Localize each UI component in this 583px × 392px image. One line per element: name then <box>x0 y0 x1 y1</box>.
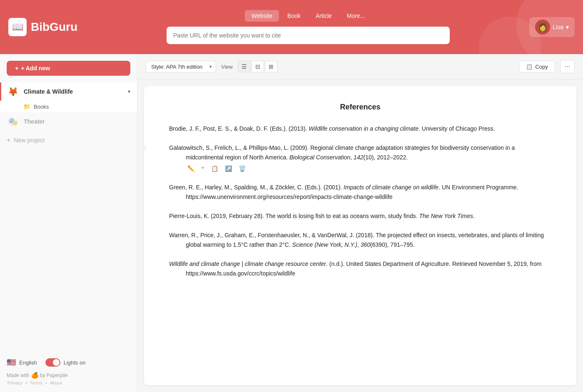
language-toggle[interactable]: 🇺🇸 English <box>7 358 37 367</box>
copy-reference-button[interactable]: 📋 <box>209 164 220 173</box>
avatar: 👩 <box>535 20 550 35</box>
style-select[interactable]: Style: APA 7th edition Style: MLA 9th ed… <box>146 61 216 73</box>
reference-entry: Brodie, J. F., Post, E. S., & Doak, D. F… <box>169 124 551 133</box>
copy-icon: 📋 <box>526 64 533 70</box>
paperpile-icon: 🍊 <box>31 372 38 379</box>
view-icons: ☰ ⊟ ⊞ <box>238 61 277 72</box>
search-input[interactable] <box>167 27 450 44</box>
sidebar-footer: 🇺🇸 English Lights on Made with 🍊 by Pape… <box>0 351 137 392</box>
references-panel: References Brodie, J. F., Post, E. S., &… <box>144 86 576 385</box>
tab-more[interactable]: More... <box>340 10 372 22</box>
plus-icon-new: + <box>7 136 10 144</box>
header: 📖 BibGuru Website Book Article More... 👩… <box>0 0 583 54</box>
dot-separator: • <box>25 380 28 385</box>
delete-reference-button[interactable]: 🗑️ <box>237 164 247 173</box>
user-menu-button[interactable]: 👩 Lisa ▾ <box>529 17 575 37</box>
reference-entry: Wildlife and climate change | climate ch… <box>169 259 551 278</box>
tab-article[interactable]: Article <box>309 10 339 22</box>
dot-separator2: • <box>45 380 48 385</box>
header-center: Website Book Article More... <box>100 10 516 44</box>
made-with-label: Made with <box>7 372 30 378</box>
reference-entry: Pierre-Louis, K. (2019, February 28). Th… <box>169 211 551 221</box>
view-compact-button[interactable]: ⊟ <box>252 61 264 72</box>
logo-text: BibGuru <box>31 20 77 34</box>
toggle-knob <box>53 359 60 366</box>
reference-entry: ⠿ Galatowitsch, S., Frelich, L., & Phill… <box>169 143 551 173</box>
paperpile-label: by Paperpile <box>40 372 68 378</box>
terms-link[interactable]: Terms <box>30 380 42 385</box>
lights-toggle-switch[interactable] <box>45 358 60 367</box>
privacy-link[interactable]: Privacy <box>7 380 22 385</box>
made-with: Made with 🍊 by Paperpile <box>7 372 130 379</box>
about-link[interactable]: About <box>50 380 62 385</box>
logo-area: 📖 BibGuru <box>8 18 100 36</box>
bottom-controls: 🇺🇸 English Lights on <box>7 358 130 367</box>
references-title: References <box>169 103 551 112</box>
sidebar-subitem-books[interactable]: 📁 Books <box>0 101 137 112</box>
project-name-theater: Theater <box>24 118 130 125</box>
more-options-button[interactable]: ··· <box>560 60 575 73</box>
view-list-button[interactable]: ☰ <box>238 61 251 72</box>
lights-toggle[interactable]: Lights on <box>45 358 86 367</box>
project-name-climate: Climate & Wildlife <box>24 88 124 95</box>
tab-book[interactable]: Book <box>281 10 307 22</box>
reference-entry: Warren, R., Price, J., Graham, E., Forst… <box>169 231 551 249</box>
sidebar-item-theater[interactable]: 🎭 Theater <box>0 112 137 131</box>
project-emoji-theater: 🎭 <box>8 117 20 127</box>
chevron-icon: ▾ <box>128 89 130 94</box>
project-emoji-climate: 🦊 <box>8 87 20 97</box>
plus-icon: + <box>15 65 18 72</box>
tab-website[interactable]: Website <box>245 10 279 22</box>
toolbar: Style: APA 7th edition Style: MLA 9th ed… <box>137 54 583 79</box>
sidebar-item-climate-wildlife[interactable]: 🦊 Climate & Wildlife ▾ <box>0 82 137 101</box>
copy-label: Copy <box>535 64 548 70</box>
user-area: 👩 Lisa ▾ <box>516 17 575 37</box>
content-area: Style: APA 7th edition Style: MLA 9th ed… <box>137 54 583 392</box>
new-project-button[interactable]: + New project <box>0 132 137 148</box>
flag-icon: 🇺🇸 <box>7 358 16 367</box>
copy-button[interactable]: 📋 Copy <box>519 61 555 73</box>
sidebar: + + Add new 🦊 Climate & Wildlife ▾ 📁 Boo… <box>0 54 137 392</box>
reference-entry: Green, R. E., Harley, M., Spalding, M., … <box>169 183 551 201</box>
lights-label: Lights on <box>64 360 86 366</box>
quote-reference-button[interactable]: ❝ <box>199 164 206 173</box>
nav-tabs: Website Book Article More... <box>245 10 372 22</box>
add-new-button[interactable]: + + Add new <box>7 61 130 76</box>
footer-links: Privacy • Terms • About <box>7 380 130 385</box>
style-dropdown[interactable]: Style: APA 7th edition Style: MLA 9th ed… <box>146 61 216 73</box>
view-label: View <box>221 64 233 70</box>
edit-reference-button[interactable]: ✏️ <box>186 164 196 173</box>
main-layout: + + Add new 🦊 Climate & Wildlife ▾ 📁 Boo… <box>0 54 583 392</box>
open-reference-button[interactable]: ↗️ <box>223 164 234 173</box>
new-project-label: New project <box>14 137 45 144</box>
add-new-label: + Add new <box>21 65 50 72</box>
logo-icon: 📖 <box>8 18 27 36</box>
user-name: Lisa <box>553 24 563 30</box>
chevron-down-icon: ▾ <box>566 24 569 30</box>
reference-actions: ✏️ ❝ 📋 ↗️ 🗑️ <box>169 164 551 173</box>
folder-icon: 📁 <box>23 103 30 110</box>
view-detailed-button[interactable]: ⊞ <box>265 61 277 72</box>
language-label: English <box>19 360 37 366</box>
subitem-books-label: Books <box>34 104 49 110</box>
